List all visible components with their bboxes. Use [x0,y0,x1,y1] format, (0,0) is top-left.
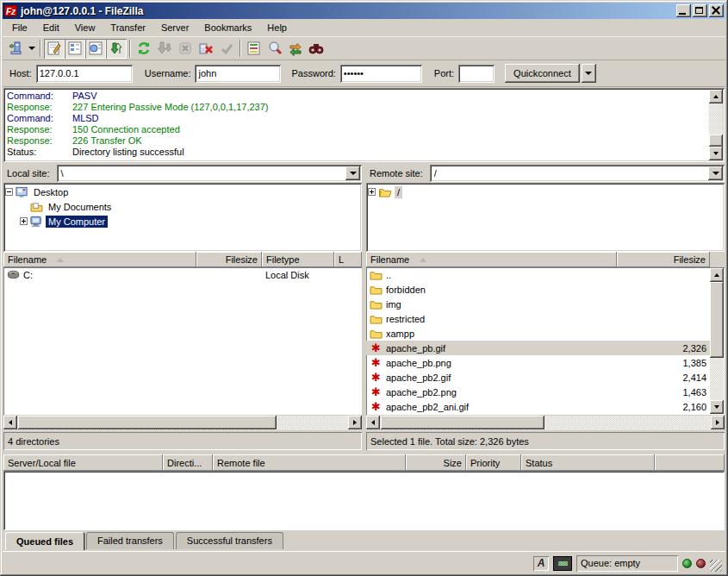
remote-file-row[interactable]: xampp [366,326,710,341]
site-manager-dropdown[interactable] [26,39,37,59]
column-filename[interactable]: Filename [366,252,617,267]
column-remote-file[interactable]: Remote file [213,454,406,471]
refresh-button[interactable] [134,39,154,59]
local-site-dropdown[interactable] [345,166,360,180]
local-site-combo[interactable]: \ [57,165,362,182]
remote-file-row[interactable]: ✱apache_pb2.gif 2,414 [366,370,710,385]
menu-bookmarks[interactable]: Bookmarks [196,20,259,35]
minimize-icon [679,13,686,15]
remote-list-scrollbar[interactable] [710,268,724,414]
remote-file-row[interactable]: img [366,297,710,311]
column-status[interactable]: Status [521,454,655,471]
menu-view[interactable]: View [67,20,103,35]
username-input[interactable] [195,65,281,83]
port-input[interactable] [458,65,495,83]
column-last-modified[interactable]: L [334,252,362,267]
transfer-queue-list[interactable] [3,471,725,530]
menu-server[interactable]: Server [153,20,196,35]
remote-file-row[interactable]: .. [366,267,710,282]
scroll-left-button[interactable] [3,416,17,429]
remote-file-row[interactable]: forbidden [366,282,710,297]
local-site-value: \ [57,168,344,178]
scroll-up-button[interactable] [710,268,724,282]
scroll-thumb[interactable] [18,416,277,429]
tree-item-root[interactable]: / [368,185,723,199]
toggle-remote-tree-button[interactable] [85,39,106,59]
local-tree-icon [67,41,83,56]
password-input[interactable] [340,65,422,83]
desktop-icon [16,186,28,198]
speed-limits-icon[interactable]: 888 [553,556,572,571]
tree-item-desktop[interactable]: Desktop [5,185,360,199]
menu-file[interactable]: File [4,20,35,35]
quickconnect-button[interactable]: Quickconnect [505,64,580,83]
synchronized-browsing-button[interactable] [285,39,306,59]
toggle-local-tree-button[interactable] [65,39,85,59]
menu-transfer[interactable]: Transfer [103,20,153,35]
remote-horizontal-scrollbar[interactable] [366,416,725,430]
column-server-local-file[interactable]: Server/Local file [3,454,163,471]
menu-bar: File Edit View Transfer Server Bookmarks… [3,19,725,37]
expand-icon[interactable] [20,217,28,225]
log-scrollbar[interactable] [709,90,723,160]
scroll-down-button[interactable] [709,147,723,160]
column-filename[interactable]: Filename [3,252,196,267]
close-button[interactable] [709,4,724,17]
scroll-thumb[interactable] [709,135,723,147]
resize-grip[interactable] [710,560,722,572]
remote-file-row-selected[interactable]: ✱apache_pb.gif 2,326 [366,341,710,355]
scroll-thumb[interactable] [381,416,544,429]
reconnect-button[interactable] [216,39,237,59]
scroll-thumb[interactable] [710,282,724,358]
filter-button[interactable] [244,39,264,59]
directory-comparison-button[interactable] [264,39,285,59]
remote-site-dropdown[interactable] [708,166,723,180]
remote-file-row[interactable]: restricted [366,311,710,326]
column-direction[interactable]: Directi... [163,454,213,471]
site-manager-icon [8,41,23,56]
minimize-button[interactable] [676,4,691,17]
remote-file-row[interactable]: ✱apache_pb2.png 1,463 [366,385,710,399]
tab-failed-transfers[interactable]: Failed transfers [86,532,174,549]
maximize-button[interactable] [693,4,707,17]
tab-queued-files[interactable]: Queued files [5,532,84,550]
menu-edit[interactable]: Edit [35,20,67,35]
scroll-up-button[interactable] [709,90,723,103]
scroll-down-button[interactable] [710,400,724,414]
menu-help[interactable]: Help [259,20,295,35]
column-filesize[interactable]: Filesize [196,252,262,267]
quickconnect-dropdown[interactable] [582,64,596,83]
transfer-type-indicator-icon[interactable]: A [533,556,549,571]
local-file-row[interactable]: C: Local Disk [3,267,362,282]
scroll-right-button[interactable] [711,416,725,429]
tree-item-my-computer[interactable]: My Computer [5,214,360,229]
host-input[interactable] [36,65,133,83]
local-status-bar: 4 directories [3,432,362,450]
triangle-up-icon [713,95,719,98]
scroll-right-button[interactable] [348,416,362,429]
log-line: Response:150 Connection accepted [7,124,707,135]
log-line: Status:Directory listing successful [7,147,707,158]
process-queue-button[interactable] [154,39,175,59]
message-log: Command:PASV Response:227 Entering Passi… [3,88,725,162]
column-priority[interactable]: Priority [466,454,521,471]
remote-site-combo[interactable]: / [430,165,725,182]
disconnect-button[interactable] [196,39,216,59]
find-files-button[interactable] [306,39,327,59]
expand-icon[interactable] [368,188,376,196]
toggle-queue-button[interactable] [106,39,127,59]
refresh-icon [136,41,152,56]
tree-item-my-documents[interactable]: My Documents [5,199,360,214]
cancel-button[interactable] [175,39,196,59]
column-filesize[interactable]: Filesize [617,252,710,267]
scroll-left-button[interactable] [366,416,380,429]
remote-file-row[interactable]: ✱apache_pb2_ani.gif 2,160 [366,399,710,414]
tab-successful-transfers[interactable]: Successful transfers [176,532,283,549]
column-size[interactable]: Size [406,454,466,471]
toggle-message-log-button[interactable] [44,39,65,59]
column-filetype[interactable]: Filetype [262,252,334,267]
site-manager-button[interactable] [5,39,26,59]
remote-file-row[interactable]: ✱apache_pb.png 1,385 [366,355,710,370]
local-horizontal-scrollbar[interactable] [3,416,362,430]
collapse-icon[interactable] [5,188,13,196]
